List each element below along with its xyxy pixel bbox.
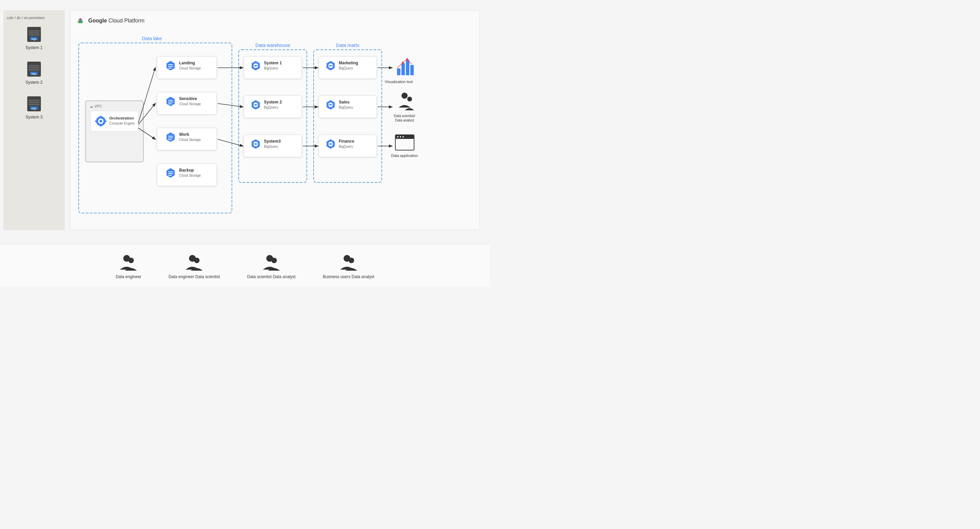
svg-point-18 bbox=[79, 19, 82, 22]
svg-text:System 2: System 2 bbox=[264, 100, 282, 105]
persona-bu-da: Business users Data analyst bbox=[323, 254, 374, 280]
persona-data-engineer-label: Data engineer bbox=[116, 274, 141, 280]
architecture-diagram: Data lake Data warehouse Data marts ☁ VP… bbox=[75, 33, 470, 223]
svg-point-123 bbox=[406, 58, 408, 60]
svg-point-74 bbox=[255, 104, 257, 106]
main-container: colo / dc / on-premises SQL System 1 bbox=[0, 0, 490, 287]
svg-text:Orchestration: Orchestration bbox=[109, 116, 134, 120]
svg-text:SQL: SQL bbox=[31, 37, 37, 41]
system1-item: SQL System 1 bbox=[7, 25, 61, 50]
svg-point-95 bbox=[330, 104, 332, 106]
gcp-panel: Google Cloud Platform Data lake Data war… bbox=[70, 10, 480, 230]
svg-text:BigQuery: BigQuery bbox=[264, 145, 278, 148]
svg-rect-119 bbox=[401, 63, 405, 75]
svg-text:Sensitive: Sensitive bbox=[179, 96, 197, 101]
svg-text:Cloud Storage: Cloud Storage bbox=[179, 102, 201, 106]
svg-point-102 bbox=[330, 143, 332, 145]
svg-text:BigQuery: BigQuery bbox=[339, 145, 353, 148]
svg-point-131 bbox=[397, 136, 398, 138]
svg-point-132 bbox=[400, 136, 401, 138]
svg-line-105 bbox=[138, 68, 155, 123]
svg-point-125 bbox=[401, 92, 407, 99]
svg-text:System 1: System 1 bbox=[264, 60, 282, 65]
system3-db-icon: SQL bbox=[26, 95, 42, 113]
svg-rect-120 bbox=[406, 60, 409, 75]
data-scientist-da-icon bbox=[261, 254, 282, 271]
svg-text:Data application: Data application bbox=[391, 154, 418, 157]
persona-bu-da-label: Business users Data analyst bbox=[323, 274, 374, 280]
warehouse-zone-label: Data warehouse bbox=[255, 43, 290, 48]
svg-text:BigQuery: BigQuery bbox=[339, 105, 353, 109]
onprem-label: colo / dc / on-premises bbox=[7, 15, 61, 21]
svg-point-122 bbox=[402, 62, 404, 64]
svg-text:BigQuery: BigQuery bbox=[264, 105, 278, 109]
svg-point-133 bbox=[402, 136, 404, 138]
svg-text:Finance: Finance bbox=[339, 139, 355, 144]
svg-text:Marketing: Marketing bbox=[339, 60, 358, 65]
personas-area: Data engineer Data engineer Data scienti… bbox=[0, 244, 490, 287]
svg-text:Landing: Landing bbox=[179, 60, 195, 65]
marts-zone-label: Data marts bbox=[336, 43, 359, 48]
svg-text:BigQuery: BigQuery bbox=[264, 67, 278, 70]
svg-text:Compute Engine: Compute Engine bbox=[109, 122, 135, 125]
svg-point-142 bbox=[349, 258, 354, 263]
svg-point-138 bbox=[194, 258, 200, 263]
system1-label: System 1 bbox=[25, 45, 43, 50]
data-engineer-icon bbox=[118, 254, 138, 271]
svg-text:Cloud Storage: Cloud Storage bbox=[179, 67, 201, 70]
svg-text:Work: Work bbox=[179, 132, 189, 137]
gcp-google-text: Google bbox=[88, 18, 107, 24]
svg-text:Data scientist/: Data scientist/ bbox=[394, 114, 415, 118]
gcp-platform-text: Cloud Platform bbox=[109, 18, 145, 24]
svg-point-136 bbox=[128, 258, 134, 263]
svg-rect-118 bbox=[397, 68, 401, 75]
svg-point-140 bbox=[271, 258, 277, 263]
svg-rect-2 bbox=[29, 32, 40, 34]
svg-point-88 bbox=[330, 65, 332, 67]
svg-text:Data analyst: Data analyst bbox=[395, 118, 414, 122]
svg-point-67 bbox=[255, 65, 257, 67]
svg-rect-3 bbox=[29, 34, 40, 36]
persona-ds-da-label: Data scientist Data analyst bbox=[247, 274, 296, 280]
persona-de-ds: Data engineer Data scientist bbox=[169, 254, 220, 280]
svg-text:BigQuery: BigQuery bbox=[339, 67, 353, 70]
svg-rect-29 bbox=[100, 116, 102, 118]
svg-text:SQL: SQL bbox=[31, 72, 37, 75]
gcp-header: Google Cloud Platform bbox=[75, 16, 474, 26]
persona-data-engineer: Data engineer bbox=[116, 254, 141, 280]
svg-rect-13 bbox=[29, 100, 40, 101]
system2-item: SQL System 2 bbox=[7, 60, 61, 85]
system2-label: System 2 bbox=[25, 80, 43, 85]
svg-rect-7 bbox=[29, 65, 40, 67]
svg-rect-1 bbox=[29, 30, 40, 32]
svg-text:Visualization tool: Visualization tool bbox=[385, 79, 413, 84]
system3-item: SQL System 3 bbox=[7, 95, 61, 119]
svg-rect-9 bbox=[29, 69, 40, 70]
data-engineer-ds-icon bbox=[184, 254, 204, 271]
system1-db-icon: SQL bbox=[26, 25, 42, 43]
persona-ds-da: Data scientist Data analyst bbox=[247, 254, 296, 280]
svg-rect-8 bbox=[29, 67, 40, 68]
svg-point-28 bbox=[99, 120, 102, 122]
diagram-area: colo / dc / on-premises SQL System 1 bbox=[0, 0, 490, 240]
system2-db-icon: SQL bbox=[26, 60, 42, 78]
svg-text:VPC: VPC bbox=[94, 104, 102, 108]
svg-rect-15 bbox=[29, 104, 40, 105]
svg-text:Cloud Storage: Cloud Storage bbox=[179, 138, 201, 141]
svg-text:Cloud Storage: Cloud Storage bbox=[179, 174, 201, 177]
svg-text:Backup: Backup bbox=[179, 168, 194, 173]
svg-text:SQL: SQL bbox=[31, 107, 37, 110]
datalake-zone-label: Data lake bbox=[142, 36, 162, 41]
svg-rect-30 bbox=[100, 125, 102, 127]
svg-rect-121 bbox=[410, 65, 414, 75]
svg-point-126 bbox=[407, 97, 412, 102]
svg-rect-32 bbox=[105, 121, 107, 122]
svg-text:System3: System3 bbox=[264, 139, 281, 144]
onprem-panel: colo / dc / on-premises SQL System 1 bbox=[3, 10, 65, 230]
svg-point-81 bbox=[255, 143, 257, 145]
svg-text:☁: ☁ bbox=[89, 104, 93, 108]
persona-de-ds-label: Data engineer Data scientist bbox=[169, 274, 220, 280]
gcp-logo-icon bbox=[75, 16, 86, 26]
system3-label: System 3 bbox=[25, 115, 43, 119]
business-users-icon bbox=[339, 254, 359, 271]
